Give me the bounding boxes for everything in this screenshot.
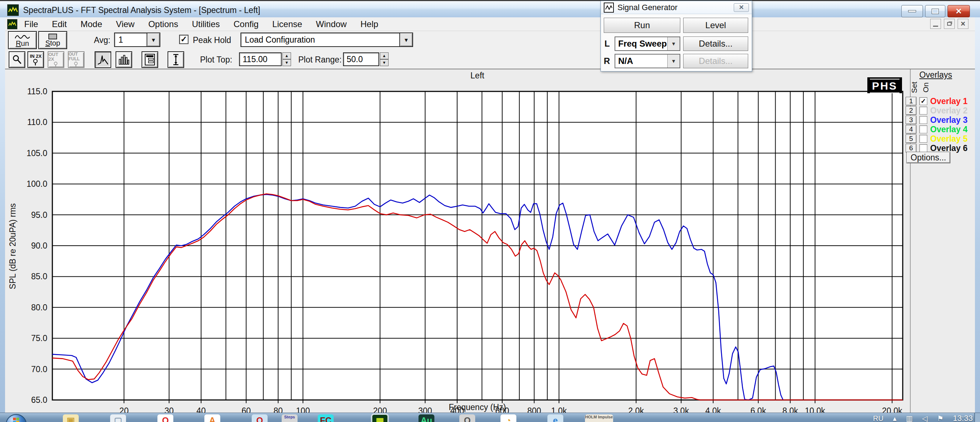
- taskbar-item-holm[interactable]: HOLM Impulse: [585, 414, 613, 422]
- menu-item-edit[interactable]: Edit: [45, 19, 74, 29]
- signal-generator-icon: [604, 3, 614, 13]
- overlay-set-button-6[interactable]: 6: [905, 144, 916, 153]
- mdi-minimize-button[interactable]: [930, 19, 941, 29]
- svg-text:100.0: 100.0: [26, 179, 47, 189]
- overlay-set-button-5[interactable]: 5: [905, 134, 916, 143]
- bar-spectrum-view-button[interactable]: [116, 51, 132, 68]
- x-axis-title: Frequency (Hz): [441, 403, 514, 412]
- plot-range-spinner[interactable]: ▲▼: [380, 53, 388, 66]
- vertical-scale-button[interactable]: [167, 51, 184, 68]
- left-dropdown-arrow-icon[interactable]: ▼: [667, 37, 679, 50]
- overlay-checkbox-2[interactable]: [920, 107, 927, 115]
- tray-arrow-icon[interactable]: ▴: [893, 413, 897, 422]
- overlay-checkbox-6[interactable]: [920, 144, 927, 152]
- taskbar-item-reader[interactable]: A: [204, 414, 220, 422]
- sine-wave-icon: [14, 33, 30, 40]
- stop-button[interactable]: Stop: [38, 31, 67, 49]
- minimize-button[interactable]: [901, 5, 923, 18]
- taskbar-item-steps[interactable]: Steps: [282, 414, 298, 422]
- zoom-button[interactable]: [9, 51, 25, 68]
- run-button[interactable]: Run: [8, 31, 37, 49]
- zoom-in-2x-label: IN 2X: [30, 54, 42, 59]
- avg-dropdown-arrow-icon[interactable]: ▼: [146, 33, 160, 46]
- spectrum-plot: 65.070.075.080.085.090.095.0100.0105.011…: [0, 69, 980, 422]
- taskbar-item-app-white[interactable]: ▢: [110, 414, 126, 422]
- spin-down-icon[interactable]: ▼: [380, 59, 388, 66]
- language-indicator[interactable]: RU: [873, 413, 884, 422]
- close-button[interactable]: ×: [948, 5, 970, 18]
- generator-level-button[interactable]: Level: [683, 18, 748, 33]
- menu-item-license[interactable]: License: [266, 19, 309, 29]
- taskbar-item-gray-o[interactable]: O: [459, 414, 475, 422]
- menu-item-help[interactable]: Help: [353, 19, 385, 29]
- left-signal-dropdown[interactable]: Freq Sweep ▼: [614, 37, 680, 51]
- menu-item-mode[interactable]: Mode: [74, 19, 109, 29]
- settings-panel-icon: [145, 54, 155, 65]
- menu-item-view[interactable]: View: [109, 19, 142, 29]
- svg-text:75.0: 75.0: [31, 333, 47, 343]
- taskbar-item-audition[interactable]: Au: [418, 414, 434, 422]
- spin-up-icon[interactable]: ▲: [282, 53, 291, 59]
- plot-range-input[interactable]: 50.0: [343, 53, 379, 66]
- menu-item-options[interactable]: Options: [142, 19, 185, 29]
- overlay-set-button-2[interactable]: 2: [905, 106, 916, 115]
- plot-top-spinner[interactable]: ▲▼: [282, 53, 291, 66]
- configuration-dropdown[interactable]: Load Configuration ▼: [240, 32, 413, 47]
- peak-hold-checkbox[interactable]: ✓: [179, 35, 188, 44]
- show-desktop-button[interactable]: [974, 413, 980, 422]
- zoom-in-2x-button[interactable]: IN 2X: [27, 51, 44, 68]
- close-icon: ×: [956, 6, 962, 16]
- start-button[interactable]: [6, 414, 27, 422]
- overlays-set-label: Set: [910, 76, 919, 98]
- mdi-close-button[interactable]: ×: [958, 19, 969, 29]
- taskbar-item-spectraplus-active[interactable]: ▦: [372, 414, 388, 422]
- chrome-icon: ◔: [506, 414, 511, 422]
- menu-item-config[interactable]: Config: [227, 19, 266, 29]
- left-details-button[interactable]: Details...: [683, 37, 748, 51]
- zoom-out-2x-label: OUT 2X: [48, 52, 64, 61]
- volume-icon[interactable]: ◁: [922, 413, 928, 422]
- avg-dropdown[interactable]: 1 ▼: [114, 32, 160, 47]
- overlay-set-button-1[interactable]: 1: [905, 97, 916, 105]
- taskbar-item-o-mosaic[interactable]: O: [252, 414, 267, 422]
- taskbar-item-opera[interactable]: O: [158, 414, 173, 422]
- overlay-checkbox-4[interactable]: [920, 125, 927, 133]
- taskbar-item-ie[interactable]: e: [547, 414, 563, 422]
- generator-run-label: Run: [634, 20, 650, 30]
- spin-up-icon[interactable]: ▲: [380, 53, 388, 59]
- overlay-options-button[interactable]: Options...: [906, 152, 950, 163]
- display-settings-button[interactable]: [142, 51, 158, 68]
- spin-down-icon[interactable]: ▼: [282, 59, 291, 66]
- gray-o-icon: O: [464, 414, 471, 422]
- overlay-checkbox-1[interactable]: ✓: [920, 97, 927, 105]
- generator-level-label: Level: [705, 20, 726, 30]
- menu-item-utilities[interactable]: Utilities: [185, 19, 226, 29]
- menu-item-window[interactable]: Window: [309, 19, 353, 29]
- magnifier-icon: [12, 54, 22, 65]
- overlay-checkbox-3[interactable]: [920, 116, 927, 124]
- signal-generator-close-button[interactable]: ✕: [734, 3, 749, 12]
- spectrum-curve-view-button[interactable]: [95, 51, 111, 68]
- overlay-set-button-4[interactable]: 4: [905, 125, 916, 134]
- peak-hold-label: Peak Hold: [193, 35, 231, 45]
- network-icon[interactable]: ▥: [906, 413, 913, 422]
- zoom-out-full-label: OUT FULL: [68, 52, 84, 61]
- taskbar-item-folder[interactable]: ▣: [63, 414, 79, 422]
- menu-item-file[interactable]: File: [18, 19, 45, 29]
- overlay-set-button-3[interactable]: 3: [905, 116, 916, 124]
- right-signal-dropdown[interactable]: N/A ▼: [614, 54, 680, 68]
- overlay-options-label: Options...: [911, 153, 946, 162]
- svg-text:85.0: 85.0: [31, 272, 47, 281]
- right-dropdown-arrow-icon[interactable]: ▼: [667, 54, 679, 68]
- mdi-restore-button[interactable]: [944, 19, 955, 29]
- taskbar-item-spectral-cyan[interactable]: FC: [318, 414, 334, 422]
- action-center-icon[interactable]: ⚑: [937, 413, 943, 422]
- plot-top-input[interactable]: 115.00: [239, 53, 282, 66]
- windows-flag-icon: [13, 418, 19, 422]
- taskbar-item-chrome[interactable]: ◔: [501, 414, 516, 422]
- configuration-dropdown-arrow-icon[interactable]: ▼: [399, 33, 412, 46]
- clock[interactable]: 13:33: [953, 413, 973, 422]
- generator-run-button[interactable]: Run: [604, 18, 680, 33]
- overlay-checkbox-5[interactable]: [920, 135, 927, 143]
- maximize-button[interactable]: [925, 5, 945, 18]
